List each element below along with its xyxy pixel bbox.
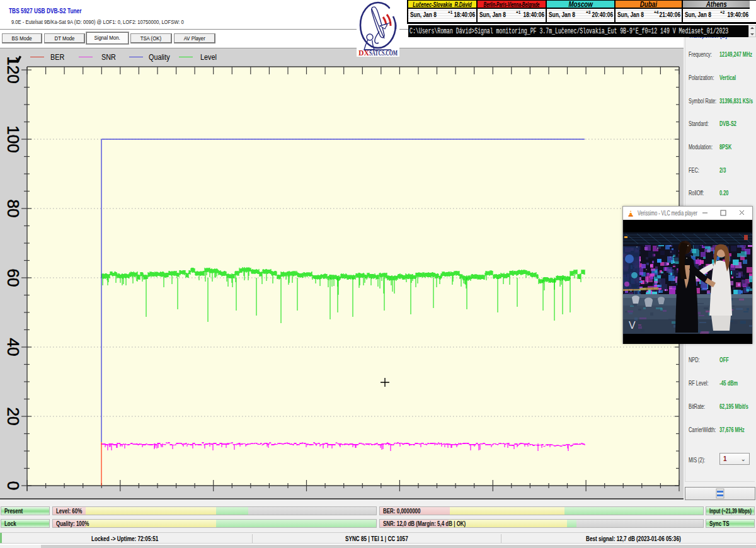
svg-text:120: 120 <box>4 56 23 83</box>
svg-text:V: V <box>629 320 636 331</box>
svg-text:20: 20 <box>4 408 23 426</box>
svg-text:100: 100 <box>4 125 23 152</box>
svg-text:SATCS.COM: SATCS.COM <box>369 49 398 57</box>
svg-text:0: 0 <box>4 481 23 490</box>
svg-text:80: 80 <box>4 200 23 218</box>
svg-text:40: 40 <box>4 338 23 357</box>
svg-text:60: 60 <box>4 269 23 287</box>
svg-text:DX: DX <box>358 49 369 57</box>
